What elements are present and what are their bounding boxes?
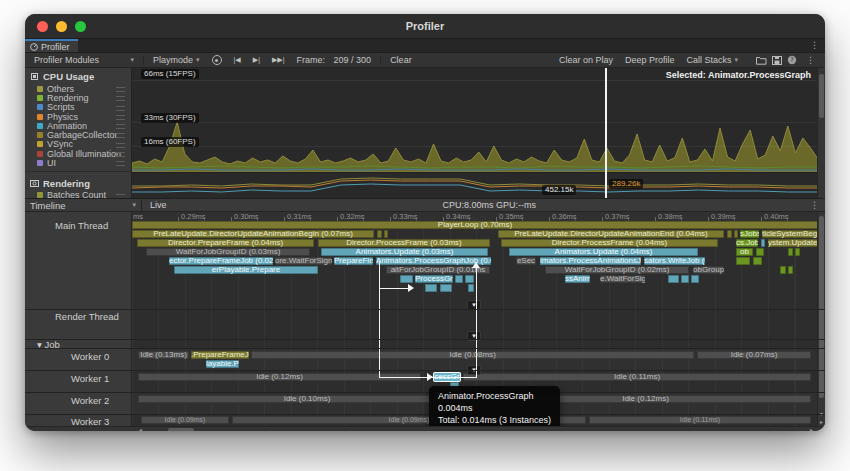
timeline-span-animators-update-0-03ms[interactable]: Animators.Update (0.03ms)	[321, 248, 488, 256]
timeline-span-ticlesystembegin[interactable]: ticleSystemBegin	[762, 230, 818, 238]
timeline-span-animators-update-0-04ms[interactable]: Animators.Update (0.04ms)	[509, 248, 698, 256]
call-stacks-dropdown[interactable]: Call Stacks▾	[681, 55, 743, 65]
drag-handle-icon[interactable]	[116, 143, 125, 148]
legend-item-physics[interactable]: Physics	[25, 112, 131, 121]
timeline-span-preparefirstpa[interactable]: PrepareFirstPa	[334, 257, 373, 265]
legend-item-vsync[interactable]: VSync	[25, 140, 131, 149]
load-profile-button[interactable]	[755, 55, 768, 66]
drag-handle-icon[interactable]	[116, 133, 125, 138]
legend-item-ui[interactable]: UI	[25, 158, 131, 167]
timeline-span-imators-processanimationsjob-0-02m[interactable]: imators.ProcessAnimationsJob (0.02m	[540, 257, 641, 265]
save-profile-button[interactable]	[770, 55, 783, 66]
timeline-span[interactable]	[780, 266, 786, 274]
timeline-span[interactable]	[727, 230, 732, 238]
legend-item-global-illumination[interactable]: Global Illumination	[25, 149, 131, 158]
timeline-span-waitforjobgroupid-0-02ms[interactable]: WaitForJobGroupID (0.02ms)	[545, 266, 689, 274]
thread-label-job[interactable]: ▾ Job	[37, 339, 60, 350]
drag-handle-icon[interactable]	[116, 96, 125, 101]
flow-event-marker-icon[interactable]: ▼	[467, 365, 481, 375]
modules-scrollbar[interactable]	[817, 68, 825, 198]
timeline-span-e-waitforsigna[interactable]: e.WaitForSigna	[600, 275, 645, 283]
profiler-modules-dropdown[interactable]: Profiler Modules▾	[29, 55, 139, 65]
timeline-span-prelateupdate-directorupdateanimationend-0-04ms[interactable]: PreLateUpdate.DirectorUpdateAnimationEnd…	[498, 230, 724, 238]
timeline-span[interactable]	[468, 284, 474, 292]
scroll-left-icon[interactable]: ◂	[139, 427, 142, 431]
timeline-span[interactable]	[681, 275, 689, 283]
timeline-span[interactable]	[691, 275, 699, 283]
timeline-vertical-scrollbar[interactable]: ▾▸	[817, 212, 825, 426]
timeline-span[interactable]	[756, 248, 764, 256]
tab-row-menu-icon[interactable]: ⋮	[804, 39, 825, 52]
clear-on-play-toggle[interactable]: Clear on Play	[554, 55, 618, 65]
toolbar-menu-icon[interactable]: ⋮	[800, 56, 821, 65]
timeline-span-erplayable-prepare[interactable]: erPlayable.Prepare	[174, 266, 318, 274]
horizontal-scrollbar[interactable]: ◂ ▸	[25, 426, 825, 431]
timeline-span-sators-writejob-0-0[interactable]: sators.WriteJob (0.0	[644, 257, 705, 265]
record-button[interactable]	[207, 55, 227, 65]
timeline-span[interactable]	[734, 230, 738, 238]
drag-handle-icon[interactable]	[116, 115, 125, 120]
timeline-span[interactable]	[753, 257, 762, 265]
timeline-span-ore-waitforsignal[interactable]: ore.WaitForSignal (	[275, 257, 332, 265]
drag-handle-icon[interactable]	[116, 152, 125, 157]
current-frame-button[interactable]: ▶▶|	[267, 56, 290, 64]
drag-handle-icon[interactable]	[116, 161, 125, 166]
chart-area[interactable]: 66ms (15FPS) 33ms (30FPS) 16ms (60FPS) S…	[132, 68, 825, 198]
drag-handle-icon[interactable]	[116, 194, 125, 198]
scroll-corner-icon[interactable]: ▸	[818, 419, 825, 426]
timeline-span-director-prepareframe-0-04ms[interactable]: Director.PrepareFrame (0.04ms)	[137, 239, 314, 247]
timeline-span-ystem-update[interactable]: ystem.Update (	[768, 239, 818, 247]
flow-event-marker-icon[interactable]: ▼	[467, 300, 481, 310]
timeline-span[interactable]	[788, 266, 793, 274]
next-frame-button[interactable]: ▶|	[248, 56, 265, 64]
timeline-span-idle-0-13ms[interactable]: Idle (0.13ms)	[138, 351, 189, 359]
timeline-span-obgroupid[interactable]: obGroupID	[693, 266, 724, 274]
timeline-span-playerloop-0-70ms[interactable]: PlayerLoop (0.70ms)	[132, 221, 818, 229]
timeline-span-idle-0-10ms[interactable]: Idle (0.10ms)	[138, 395, 476, 403]
rendering-module-header[interactable]: Rendering	[25, 175, 131, 191]
clear-button[interactable]: Clear	[385, 55, 417, 65]
timeline-track[interactable]: ms0.29ms0.30ms0.31ms0.32ms0.33ms0.34ms0.…	[132, 212, 825, 426]
legend-item-garbagecollector[interactable]: GarbageCollector	[25, 130, 131, 139]
playmode-dropdown[interactable]: Playmode▾	[148, 55, 205, 65]
timeline-span[interactable]	[465, 275, 474, 283]
timeline-span-idle-0-09ms[interactable]: Idle (0.09ms)	[141, 416, 229, 424]
help-button[interactable]: ?	[785, 55, 798, 66]
timeline-span[interactable]	[736, 257, 750, 265]
timeline-span-ob[interactable]: ob	[736, 248, 753, 256]
timeline-span[interactable]	[795, 248, 800, 256]
legend-item-animation[interactable]: Animation	[25, 121, 131, 130]
legend-item-others[interactable]: Others	[25, 84, 131, 93]
prev-frame-button[interactable]: |◀	[229, 56, 246, 64]
timeline-span[interactable]	[377, 230, 382, 238]
cpu-usage-chart[interactable]	[132, 68, 818, 172]
timeline-span-processgraph[interactable]: ProcessGraph	[415, 275, 453, 283]
scroll-right-icon[interactable]: ▸	[810, 427, 813, 431]
cpu-module-header[interactable]: CPU Usage	[25, 68, 131, 84]
rendering-chart[interactable]	[132, 173, 818, 198]
tab-profiler[interactable]: Profiler	[25, 39, 78, 52]
timeline-span-idle-0-07ms[interactable]: Idle (0.07ms)	[697, 351, 811, 359]
timeline-span-waitforjobgroupid-0-03ms[interactable]: WaitForJobGroupID (0.03ms)	[146, 248, 310, 256]
timeline-span-esec[interactable]: eSec	[516, 257, 536, 265]
timeline-span[interactable]	[440, 284, 452, 292]
timeline-span[interactable]	[400, 275, 413, 283]
legend-item-rendering[interactable]: Rendering	[25, 93, 131, 102]
timeline-span-idle-0-11ms[interactable]: Idle (0.11ms)	[589, 416, 811, 424]
timeline-span-idle-0-08ms[interactable]: Idle (0.08ms)	[251, 351, 694, 359]
timeline-span-prepareframejob[interactable]: .PrepareFrameJob (	[191, 351, 249, 359]
legend-item-batches-count[interactable]: Batches Count	[25, 191, 131, 198]
timeline-span-director-processframe-0-04ms[interactable]: Director.ProcessFrame (0.04ms)	[501, 239, 718, 247]
timeline-span-prelateupdate-directorupdateanimationbegin-0-07ms[interactable]: PreLateUpdate.DirectorUpdateAnimationBeg…	[132, 230, 374, 238]
flow-event-marker-icon[interactable]: ▼	[467, 331, 481, 341]
timeline-span-ector-prepareframejob-0-02m[interactable]: ector.PrepareFrameJob (0.02m	[169, 257, 273, 265]
timeline-span-idle-0-11ms[interactable]: Idle (0.11ms)	[463, 373, 811, 381]
timeline-span[interactable]	[761, 239, 765, 247]
drag-handle-icon[interactable]	[116, 87, 125, 92]
timeline-span[interactable]	[668, 275, 679, 283]
deep-profile-toggle[interactable]: Deep Profile	[620, 55, 680, 65]
timeline-span[interactable]	[455, 275, 463, 283]
timeline-span-director-processframe-0-03ms[interactable]: Director.ProcessFrame (0.03ms)	[318, 239, 490, 247]
timeline-span-layable-pre[interactable]: layable.Pre	[206, 360, 239, 368]
timeline-view-dropdown[interactable]: Timeline▾	[25, 200, 142, 211]
